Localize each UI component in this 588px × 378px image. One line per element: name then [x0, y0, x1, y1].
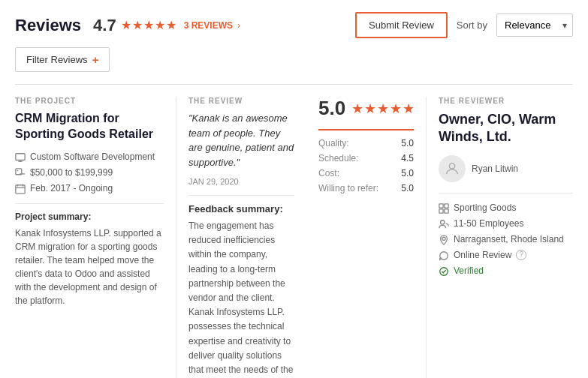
svg-rect-0	[16, 153, 25, 160]
avatar	[439, 155, 466, 182]
meta-cost-text: $50,000 to $199,999	[30, 167, 113, 178]
svg-point-20	[441, 220, 445, 224]
page-title: Reviews	[15, 16, 81, 35]
svg-rect-16	[439, 204, 443, 208]
star-half: ★	[166, 18, 176, 32]
svg-rect-17	[445, 204, 448, 208]
col-reviewer: THE REVIEWER Owner, CIO, Warm Winds, Ltd…	[427, 97, 573, 378]
submit-review-button[interactable]: Submit Review	[355, 12, 448, 38]
reviewer-meta: Sporting Goods 11-50 Employees	[439, 193, 573, 277]
filter-plus-icon: +	[92, 53, 99, 66]
score-star-4: ★	[390, 100, 402, 117]
users-icon	[439, 219, 449, 230]
col-project: THE PROJECT CRM Migration for Sporting G…	[15, 97, 176, 378]
review-col-label: THE REVIEW	[188, 97, 294, 105]
score-star-2: ★	[364, 100, 376, 117]
meta-item-category: Custom Software Development	[15, 152, 164, 163]
star-2: ★	[132, 18, 143, 32]
filter-label: Filter Reviews	[26, 54, 88, 65]
calendar-icon	[15, 184, 26, 194]
score-divider	[318, 129, 414, 130]
tag-icon	[15, 168, 26, 178]
score-stars: ★ ★ ★ ★ ★	[351, 100, 415, 117]
star-4: ★	[155, 18, 165, 32]
meta-employees: 11-50 Employees	[439, 218, 573, 230]
refer-label: Willing to refer:	[318, 183, 378, 194]
cost-label: Cost:	[318, 168, 339, 178]
svg-rect-18	[439, 209, 443, 213]
reviews-count-link[interactable]: 3 REVIEWS	[184, 20, 233, 31]
svg-point-21	[442, 237, 445, 240]
divider-2	[188, 195, 294, 196]
score-refer: Willing to refer: 5.0	[318, 183, 414, 194]
project-summary-text: Kanak Infosystems LLP. supported a CRM m…	[15, 226, 164, 308]
quality-label: Quality:	[318, 138, 349, 148]
score-star-5: ★	[403, 100, 415, 117]
review-quote: "Kanak is an awesome team of people. The…	[188, 111, 294, 170]
review-type-text: Online Review	[454, 250, 511, 260]
svg-rect-19	[445, 209, 448, 213]
score-schedule: Schedule: 4.5	[318, 153, 414, 164]
score-cost: Cost: 5.0	[318, 168, 414, 178]
employees-text: 11-50 Employees	[454, 218, 523, 229]
project-col-label: THE PROJECT	[15, 97, 164, 105]
feedback-text: The engagement has reduced inefficiencie…	[188, 219, 294, 378]
cost-value: 5.0	[401, 168, 414, 178]
overall-score-num: 5.0	[318, 97, 345, 120]
project-title: CRM Migration for Sporting Goods Retaile…	[15, 111, 164, 142]
sort-label: Sort by	[457, 20, 487, 31]
meta-verified: Verified	[439, 266, 573, 277]
rating-block: 4.7 ★ ★ ★ ★ ★ 3 REVIEWS ›	[93, 16, 240, 35]
meta-industry: Sporting Goods	[439, 202, 573, 214]
star-1: ★	[121, 18, 131, 32]
review-date: JAN 29, 2020	[188, 177, 294, 186]
project-meta: Custom Software Development $50,000 to $…	[15, 152, 164, 194]
reviewer-col-label: THE REVIEWER	[439, 97, 573, 105]
reviewer-title: Owner, CIO, Warm Winds, Ltd.	[439, 111, 573, 146]
page-wrapper: Reviews 4.7 ★ ★ ★ ★ ★ 3 REVIEWS › Submit…	[0, 0, 588, 378]
location-text: Narragansett, Rhode Island	[454, 234, 564, 244]
help-icon[interactable]: ?	[516, 250, 526, 260]
industry-text: Sporting Goods	[454, 202, 516, 213]
verified-text: Verified	[454, 266, 484, 276]
svg-point-4	[17, 170, 19, 171]
message-circle-icon	[439, 250, 449, 261]
review-card: THE PROJECT CRM Migration for Sporting G…	[15, 84, 573, 378]
star-3: ★	[143, 18, 154, 32]
check-circle-icon	[439, 266, 449, 277]
meta-location: Narragansett, Rhode Island	[439, 234, 573, 245]
reviews-arrow: ›	[237, 20, 240, 31]
col-scores: 5.0 ★ ★ ★ ★ ★ Quality: 5.0 Schedule: 4.5…	[306, 97, 427, 378]
feedback-label: Feedback summary:	[188, 203, 294, 214]
score-quality: Quality: 5.0	[318, 138, 414, 148]
monitor-icon	[15, 152, 26, 163]
score-star-3: ★	[377, 100, 389, 117]
meta-item-date: Feb. 2017 - Ongoing	[15, 183, 164, 194]
quality-value: 5.0	[401, 138, 414, 148]
schedule-label: Schedule:	[318, 153, 358, 164]
header-stars: ★ ★ ★ ★ ★	[121, 18, 176, 32]
filter-reviews-button[interactable]: Filter Reviews +	[15, 47, 110, 72]
overall-score: 5.0 ★ ★ ★ ★ ★	[318, 97, 414, 120]
svg-rect-6	[16, 184, 25, 193]
sort-select[interactable]: Relevance Newest Oldest	[496, 14, 573, 37]
meta-date-text: Feb. 2017 - Ongoing	[30, 183, 113, 194]
avatar-row: Ryan Litwin	[439, 155, 573, 182]
header: Reviews 4.7 ★ ★ ★ ★ ★ 3 REVIEWS › Submit…	[15, 12, 573, 72]
person-icon	[444, 160, 460, 177]
meta-review-type: Online Review ?	[439, 250, 573, 261]
svg-point-15	[449, 163, 454, 168]
divider-1	[15, 203, 164, 204]
meta-item-cost: $50,000 to $199,999	[15, 167, 164, 178]
reviewer-name: Ryan Litwin	[472, 164, 518, 174]
schedule-value: 4.5	[401, 153, 414, 164]
meta-category-text: Custom Software Development	[30, 152, 155, 162]
overall-rating: 4.7	[93, 16, 116, 35]
grid-icon	[439, 203, 449, 214]
sort-select-wrapper: Relevance Newest Oldest	[496, 14, 573, 37]
map-pin-icon	[439, 235, 449, 245]
project-summary-label: Project summary:	[15, 212, 164, 222]
col-review: THE REVIEW "Kanak is an awesome team of …	[176, 97, 306, 378]
refer-value: 5.0	[401, 183, 414, 194]
score-star-1: ★	[351, 100, 363, 117]
